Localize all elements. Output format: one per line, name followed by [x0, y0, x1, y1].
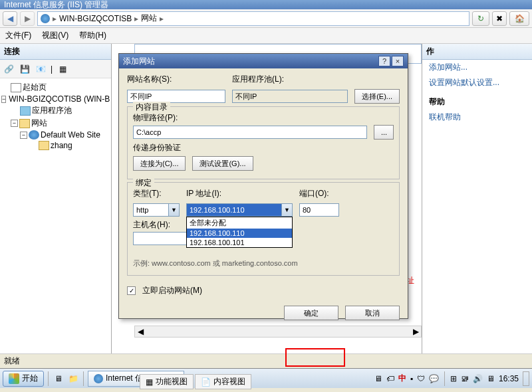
tray-icon[interactable]: 🖥: [487, 374, 495, 383]
sitename-input[interactable]: [127, 90, 225, 103]
separator: [83, 371, 84, 386]
home-button[interactable]: 🏠: [509, 11, 529, 26]
tree-sites[interactable]: −网站: [11, 117, 110, 130]
tree-zhang[interactable]: zhang: [39, 140, 110, 151]
port-input[interactable]: [299, 203, 339, 217]
tray-icon[interactable]: 🖥: [374, 374, 382, 383]
view-tabs: ▦功能视图 📄内容视图: [140, 374, 251, 389]
stop-icon: ✖: [496, 14, 503, 23]
ip-option-101[interactable]: 192.168.100.101: [187, 238, 292, 247]
physpath-input[interactable]: [133, 126, 367, 139]
apppool-input: [232, 90, 348, 103]
sitename-label: 网站名称(S):: [127, 74, 225, 85]
browse-button[interactable]: ...: [374, 125, 394, 140]
folder-icon: [39, 141, 49, 150]
ip-label: IP 地址(I):: [186, 188, 293, 199]
quicklaunch-1-icon[interactable]: 🖥: [53, 373, 65, 385]
tray-icon[interactable]: ⊞: [450, 374, 457, 383]
apppool-label: 应用程序池(L):: [232, 74, 400, 85]
clock[interactable]: 16:35: [499, 374, 519, 383]
port-label: 端口(O):: [299, 188, 339, 199]
tray-icon[interactable]: 🏷: [386, 374, 394, 383]
chevron-down-icon[interactable]: ▼: [168, 204, 179, 216]
action-online-help[interactable]: 联机帮助: [422, 110, 532, 125]
quicklaunch-2-icon[interactable]: 📁: [67, 373, 79, 385]
ime-indicator[interactable]: 中: [398, 373, 406, 384]
dialog-close-button[interactable]: ×: [392, 56, 404, 66]
binding-group: 绑定 类型(T): IP 地址(I): 端口(O): http ▼ 192.16…: [127, 182, 400, 276]
server-icon: [41, 14, 50, 23]
features-view-tab[interactable]: ▦功能视图: [140, 374, 194, 389]
menu-file[interactable]: 文件(F): [5, 30, 31, 41]
test-settings-button[interactable]: 测试设置(G)...: [192, 156, 253, 171]
ip-dropdown: 全部未分配 192.168.100.110 192.168.100.101: [186, 217, 293, 248]
windows-icon: [9, 373, 19, 384]
type-combo[interactable]: http ▼: [133, 203, 180, 217]
collapse-icon[interactable]: −: [11, 120, 18, 127]
autostart-checkbox[interactable]: ✓: [127, 286, 136, 295]
connect-icon[interactable]: 🔗: [3, 63, 15, 75]
tree-start-page[interactable]: 起始页: [11, 81, 110, 94]
connections-pane: 连接 🔗 💾 📧 | ▦ 起始页 −WIN-BGIZQCOTISB (WIN-B…: [0, 44, 112, 353]
collapse-icon[interactable]: −: [20, 132, 27, 139]
ip-value: 192.168.100.110: [186, 203, 293, 217]
tree-view-icon[interactable]: ▦: [57, 63, 68, 75]
dialog-titlebar[interactable]: 添加网站 ? ×: [119, 54, 408, 68]
tree-label: 网站: [31, 118, 47, 129]
ip-combo[interactable]: 192.168.100.110 ▼ 全部未分配 192.168.100.110 …: [186, 203, 293, 217]
tree-label: WIN-BGIZQCOTISB (WIN-B: [9, 94, 110, 104]
dialog-help-button[interactable]: ?: [378, 56, 390, 66]
chevron-down-icon[interactable]: ▼: [281, 204, 292, 216]
content-view-tab[interactable]: 📄内容视图: [195, 374, 251, 389]
menu-bar: 文件(F) 视图(V) 帮助(H): [0, 28, 532, 44]
refresh-button[interactable]: ↻: [472, 11, 489, 26]
tray-icon[interactable]: ▪: [410, 374, 413, 383]
start-button[interactable]: 开始: [3, 371, 44, 387]
tray-icon[interactable]: 🛡: [417, 374, 425, 383]
menu-help[interactable]: 帮助(H): [79, 30, 106, 41]
tree-apppools[interactable]: 应用程序池: [20, 104, 110, 117]
ip-option-all[interactable]: 全部未分配: [187, 217, 292, 229]
tree-server[interactable]: −WIN-BGIZQCOTISB (WIN-B: [1, 94, 110, 104]
taskbar: 开始 🖥 📁 Internet 信息服务(I... 🖥 🏷 中 ▪ 🛡 💬 ⊞ …: [0, 368, 532, 388]
bc-server[interactable]: WIN-BGIZQCOTISB: [59, 14, 132, 23]
app-titlebar: Internet 信息服务 (IIS) 管理器: [0, 0, 532, 9]
page-icon: [11, 83, 21, 92]
menu-view[interactable]: 视图(V): [42, 30, 68, 41]
cancel-button[interactable]: 取消: [345, 306, 400, 320]
save-icon[interactable]: 💾: [19, 63, 31, 75]
iis-icon: [94, 374, 103, 383]
tree-default-site[interactable]: −Default Web Site: [20, 130, 110, 140]
bc-node[interactable]: 网站: [141, 13, 157, 24]
tree-label: 起始页: [23, 82, 47, 93]
show-desktop-button[interactable]: [523, 371, 529, 386]
action-set-defaults[interactable]: 设置网站默认设置...: [422, 75, 532, 90]
nav-forward-button[interactable]: ▶: [20, 11, 35, 26]
tray-icon[interactable]: 🖳: [461, 374, 469, 383]
nav-up-icon[interactable]: 📧: [35, 63, 47, 75]
folder-icon: [19, 119, 30, 128]
breadcrumb[interactable]: ▸ WIN-BGIZQCOTISB ▸ 网站 ▸: [37, 11, 469, 26]
separator: |: [51, 64, 53, 74]
tab-label: 功能视图: [156, 376, 188, 387]
collapse-icon[interactable]: −: [1, 96, 6, 103]
action-add-site[interactable]: 添加网站...: [422, 60, 532, 75]
nav-back-button[interactable]: ◀: [3, 11, 17, 26]
grid-icon: ▦: [146, 377, 153, 387]
connect-as-button[interactable]: 连接为(C)...: [133, 156, 186, 171]
type-label: 类型(T):: [133, 188, 180, 199]
tray-icon[interactable]: 💬: [429, 374, 439, 383]
content-dir-legend: 内容目录: [133, 102, 170, 113]
tab-label: 内容视图: [213, 376, 245, 387]
tree-label: 应用程序池: [32, 105, 72, 116]
passthrough-label: 传递身份验证: [133, 142, 394, 153]
ok-button[interactable]: 确定: [284, 306, 338, 320]
autostart-label: 立即启动网站(M): [142, 285, 202, 296]
select-apppool-button[interactable]: 选择(E)...: [354, 89, 400, 104]
tray-icon[interactable]: 🔊: [473, 374, 483, 383]
separator: [444, 371, 445, 386]
chevron-right-icon: ▸: [134, 14, 138, 23]
connections-header: 连接: [0, 44, 111, 60]
stop-button[interactable]: ✖: [492, 11, 507, 26]
ip-option-110[interactable]: 192.168.100.110: [187, 229, 292, 238]
